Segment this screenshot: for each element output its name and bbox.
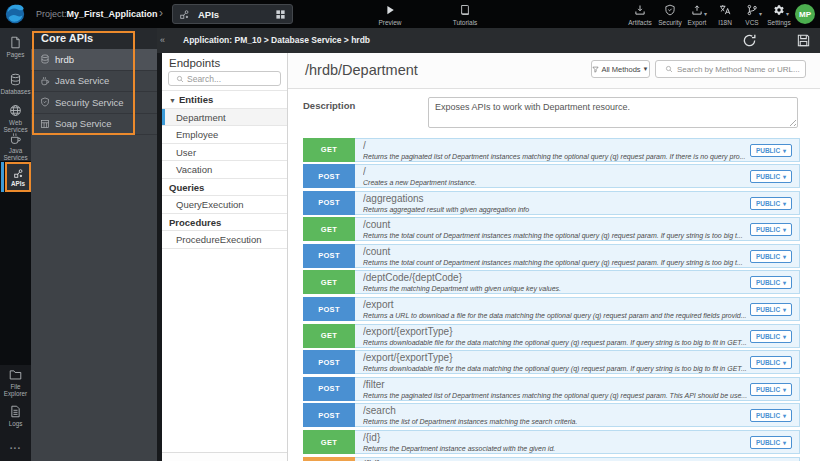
access-dropdown[interactable]: PUBLIC▾ xyxy=(750,170,792,183)
endpoint-item-user[interactable]: User xyxy=(162,144,287,162)
settings-button[interactable]: Settings▾ xyxy=(761,4,797,26)
api-row: PUT/{id} xyxy=(303,457,800,461)
sidebar-item-pages[interactable]: Pages xyxy=(0,36,31,58)
endpoint-item-employee[interactable]: Employee xyxy=(162,126,287,144)
grid-icon[interactable] xyxy=(275,9,286,20)
api-description: Returns aggregated result with given agg… xyxy=(363,205,731,214)
api-row-text: /Returns the paginated list of Departmen… xyxy=(363,139,799,161)
api-description: Returns the matching Department with giv… xyxy=(363,284,731,293)
sidebar-item-java-services[interactable]: Java Services xyxy=(0,132,31,161)
endpoint-item-procedureexecution[interactable]: ProcedureExecution xyxy=(162,231,287,249)
caret-down-icon: ▾ xyxy=(783,333,786,340)
method-badge: POST xyxy=(303,297,355,321)
top-bar: Project:My_First_Application › APIs Prev… xyxy=(0,0,820,28)
resize-grip-icon[interactable] xyxy=(789,119,796,126)
access-dropdown[interactable]: PUBLIC▾ xyxy=(750,436,792,449)
gear-icon xyxy=(773,4,785,16)
refresh-button[interactable] xyxy=(742,33,757,48)
endpoints-group-queries[interactable]: Queries xyxy=(162,179,287,197)
coffee-icon xyxy=(40,76,50,86)
api-row-text: /{id} xyxy=(363,458,799,461)
endpoints-search-input[interactable]: Search... xyxy=(168,71,281,86)
artifacts-icon xyxy=(634,4,646,16)
access-dropdown[interactable]: PUBLIC▾ xyxy=(750,409,792,422)
sidebar-item-web-services[interactable]: Web Services xyxy=(0,104,31,133)
page-icon xyxy=(9,36,22,49)
user-avatar[interactable]: MP xyxy=(795,4,815,24)
description-textarea[interactable]: Exposes APIs to work with Department res… xyxy=(428,97,798,128)
access-dropdown[interactable]: PUBLIC▾ xyxy=(750,303,792,316)
folder-icon xyxy=(9,368,22,381)
access-dropdown[interactable]: PUBLIC▾ xyxy=(750,276,792,289)
project-name[interactable]: Project:My_First_Application xyxy=(36,0,158,28)
access-dropdown[interactable]: PUBLIC▾ xyxy=(750,250,792,263)
tutorials-button[interactable]: Tutorials xyxy=(447,4,483,26)
endpoints-group-procedures[interactable]: Procedures xyxy=(162,214,287,232)
endpoints-group-entities[interactable]: ▼Entities xyxy=(162,91,287,109)
api-description: Returns the list of Department instances… xyxy=(363,417,731,426)
access-dropdown[interactable]: PUBLIC▾ xyxy=(750,197,792,210)
api-path: /count xyxy=(363,219,731,231)
sidebar-item-apis[interactable]: APIs xyxy=(5,162,31,192)
api-row-text: /countReturns the total count of Departm… xyxy=(363,218,799,240)
access-dropdown[interactable]: PUBLIC▾ xyxy=(750,144,792,157)
api-description: Creates a new Department instance. xyxy=(363,178,731,187)
access-dropdown[interactable]: PUBLIC▾ xyxy=(750,383,792,396)
api-row-text: /filterReturns the paginated list of Dep… xyxy=(363,378,799,400)
apis-icon xyxy=(179,9,190,20)
database-icon xyxy=(9,73,22,86)
access-dropdown[interactable]: PUBLIC▾ xyxy=(750,223,792,236)
endpoint-item-queryexecution[interactable]: QueryExecution xyxy=(162,196,287,214)
service-item-java-service[interactable]: Java Service xyxy=(31,71,157,93)
method-search-input[interactable]: Search by Method Name or URL... xyxy=(655,60,806,78)
caret-down-icon: ▾ xyxy=(783,412,786,419)
save-button[interactable] xyxy=(796,33,811,48)
service-item-security-service[interactable]: Security Service xyxy=(31,92,157,114)
sidebar-item-logs[interactable]: Logs xyxy=(0,405,31,427)
shield-icon xyxy=(40,97,50,107)
api-row: POST/filterReturns the paginated list of… xyxy=(303,377,800,401)
caret-down-icon: ▾ xyxy=(783,386,786,393)
wavemaker-logo-icon[interactable] xyxy=(4,3,26,25)
api-row: POST/export/{exportType}Returns download… xyxy=(303,350,800,374)
apis-icon xyxy=(13,168,24,179)
endpoints-panel: Endpoints Search... ▼EntitiesDepartmentE… xyxy=(162,53,288,461)
access-dropdown[interactable]: PUBLIC▾ xyxy=(750,356,792,369)
core-apis-panel: Core APIs hrdbJava ServiceSecurity Servi… xyxy=(31,28,157,461)
play-icon xyxy=(384,4,396,16)
caret-down-icon: ▼ xyxy=(643,66,649,72)
method-badge: POST xyxy=(303,191,355,215)
sidebar-item-databases[interactable]: Databases xyxy=(0,73,31,95)
caret-down-icon: ▾ xyxy=(786,10,789,17)
endpoint-item-department[interactable]: Department xyxy=(162,109,287,127)
method-badge: POST xyxy=(303,244,355,268)
api-row: GET/Returns the paginated list of Depart… xyxy=(303,138,800,162)
endpoint-item-vacation[interactable]: Vacation xyxy=(162,161,287,179)
access-dropdown[interactable]: PUBLIC▾ xyxy=(750,330,792,343)
api-row: GET/export/{exportType}Returns downloada… xyxy=(303,324,800,348)
api-description: Returns the paginated list of Department… xyxy=(363,391,731,400)
sidebar-item-file-explorer[interactable]: File Explorer xyxy=(0,368,31,397)
workspace-switcher[interactable]: APIs xyxy=(172,4,293,24)
caret-down-icon: ▾ xyxy=(783,306,786,313)
collapse-panel-button[interactable]: « xyxy=(158,28,167,53)
sidebar-item-more[interactable]: ... xyxy=(0,440,31,449)
caret-down-icon: ▾ xyxy=(783,253,786,260)
api-row: POST/exportReturns a URL to download a f… xyxy=(303,297,800,321)
search-icon xyxy=(176,75,184,83)
api-path: /filter xyxy=(363,379,731,391)
api-row-text: /export/{exportType}Returns downloadable… xyxy=(363,351,799,373)
methods-filter-dropdown[interactable]: All Methods ▼ xyxy=(591,60,650,78)
caret-down-icon: ▾ xyxy=(783,147,786,154)
preview-button[interactable]: Preview xyxy=(372,4,408,26)
service-item-soap-service[interactable]: Soap Service xyxy=(31,114,157,136)
api-description: Returns the total count of Department in… xyxy=(363,258,731,267)
main-content: /hrdb/Department All Methods ▼ Search by… xyxy=(288,53,820,461)
horizontal-scrollbar[interactable] xyxy=(162,452,287,461)
caret-down-icon: ▾ xyxy=(783,279,786,286)
api-description: Returns the total count of Department in… xyxy=(363,231,731,240)
service-item-hrdb[interactable]: hrdb xyxy=(31,49,157,71)
api-row-text: /{id}Returns the Department instance ass… xyxy=(363,431,799,453)
wavemaker-studio-screen: Project:My_First_Application › APIs Prev… xyxy=(0,0,820,461)
page-title: /hrdb/Department xyxy=(305,62,418,78)
